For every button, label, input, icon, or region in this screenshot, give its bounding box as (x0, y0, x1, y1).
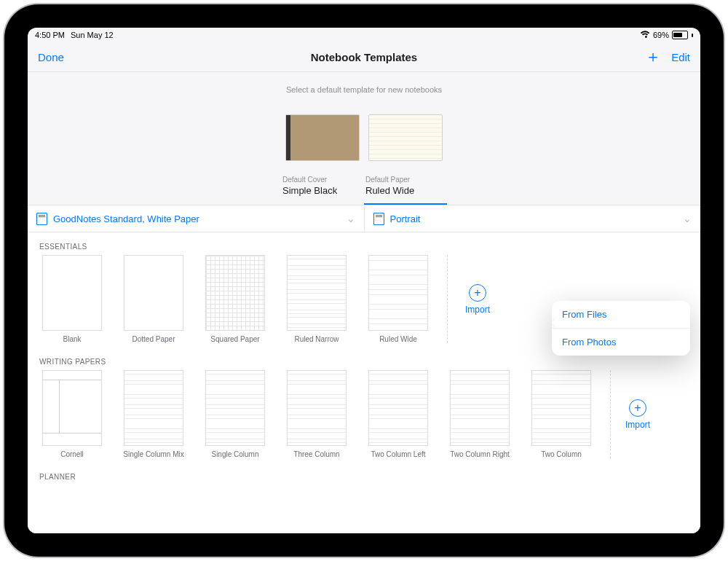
import-popover: From Files From Photos (552, 301, 690, 356)
paper-style-dropdown[interactable]: GoodNotes Standard, White Paper ⌄ (28, 205, 364, 232)
template-thumbnail (205, 370, 265, 446)
section-header: WRITING PAPERS (39, 358, 690, 366)
template-thumbnail (287, 255, 347, 331)
nav-bar: Done Notebook Templates ＋ Edit (28, 42, 700, 72)
hint-text: Select a default template for new notebo… (286, 85, 442, 94)
default-cover-label: Default Cover (282, 176, 363, 184)
import-button[interactable]: + Import (625, 399, 650, 430)
template-two-column[interactable]: Two Column (527, 370, 596, 458)
status-time: 4:50 PM (35, 31, 65, 39)
document-icon (36, 213, 47, 225)
divider (447, 255, 448, 343)
page-title: Notebook Templates (28, 51, 700, 63)
section-header: ESSENTIALS (39, 243, 690, 251)
default-cover-thumbnail[interactable] (285, 114, 360, 161)
orientation-value: Portrait (390, 213, 421, 224)
template-squared-paper[interactable]: Squared Paper (201, 255, 269, 343)
filter-row: GoodNotes Standard, White Paper ⌄ Portra… (28, 205, 700, 232)
template-thumbnail (42, 255, 102, 331)
plus-circle-icon: + (629, 399, 646, 417)
import-label: Import (625, 420, 650, 430)
default-cover-value: Simple Black (282, 185, 363, 196)
tab-default-paper[interactable]: Default Paper Ruled Wide (364, 176, 447, 205)
divider (610, 370, 611, 458)
template-cornell[interactable]: Cornell (38, 370, 106, 458)
ipad-frame: 4:50 PM Sun May 12 69% Done Notebook Tem… (4, 4, 724, 557)
plus-icon[interactable]: ＋ (645, 49, 661, 65)
popover-from-files[interactable]: From Files (552, 301, 690, 328)
template-thumbnail (287, 370, 347, 446)
import-button[interactable]: + Import (465, 284, 490, 315)
status-date: Sun May 12 (71, 31, 114, 39)
popover-from-photos[interactable]: From Photos (552, 328, 690, 356)
template-ruled-wide[interactable]: Ruled Wide (364, 255, 432, 343)
template-dotted-paper[interactable]: Dotted Paper (119, 255, 188, 343)
template-label: Blank (63, 335, 81, 343)
battery-pct: 69% (653, 31, 669, 39)
template-label: Two Column Left (371, 450, 425, 458)
template-three-column[interactable]: Three Column (282, 370, 351, 458)
template-label: Two Column Right (450, 450, 510, 458)
done-button[interactable]: Done (38, 51, 64, 63)
default-paper-thumbnail[interactable] (368, 114, 443, 161)
orientation-dropdown[interactable]: Portrait ⌄ (364, 205, 701, 232)
template-label: Single Column (211, 450, 258, 458)
template-label: Squared Paper (210, 335, 259, 343)
wifi-icon (640, 31, 650, 39)
template-thumbnail (124, 255, 183, 331)
template-label: Three Column (293, 450, 339, 458)
tab-default-cover[interactable]: Default Cover Simple Black (281, 176, 364, 205)
default-paper-value: Ruled Wide (365, 185, 446, 196)
template-label: Ruled Wide (379, 335, 417, 343)
template-thumbnail (531, 370, 591, 446)
template-two-column-left[interactable]: Two Column Left (364, 370, 432, 458)
template-label: Single Column Mix (123, 450, 183, 458)
template-thumbnail (42, 370, 102, 446)
section-header: PLANNER (39, 473, 690, 481)
template-label: Two Column (541, 450, 582, 458)
import-label: Import (465, 305, 490, 315)
template-thumbnail (368, 255, 428, 331)
template-thumbnail (124, 370, 183, 446)
template-thumbnail (450, 370, 510, 446)
chevron-down-icon: ⌄ (347, 213, 355, 224)
template-single-column[interactable]: Single Column (201, 370, 269, 458)
default-paper-label: Default Paper (365, 176, 446, 184)
paper-style-value: GoodNotes Standard, White Paper (53, 213, 199, 224)
section-writing-papers: WRITING PAPERS Cornell Single Column Mix… (28, 348, 700, 463)
chevron-down-icon: ⌄ (683, 213, 692, 224)
template-label: Cornell (60, 450, 84, 458)
template-label: Dotted Paper (132, 335, 175, 343)
plus-circle-icon: + (469, 284, 486, 302)
default-template-section: Select a default template for new notebo… (28, 72, 700, 205)
template-label: Ruled Narrow (294, 335, 339, 343)
edit-button[interactable]: Edit (671, 51, 690, 63)
template-blank[interactable]: Blank (38, 255, 106, 343)
document-icon (373, 213, 384, 225)
template-ruled-narrow[interactable]: Ruled Narrow (282, 255, 351, 343)
section-planner: PLANNER (28, 463, 700, 490)
template-thumbnail (205, 255, 265, 331)
template-two-column-right[interactable]: Two Column Right (446, 370, 514, 458)
template-thumbnail (368, 370, 428, 446)
screen: 4:50 PM Sun May 12 69% Done Notebook Tem… (28, 28, 700, 533)
status-bar: 4:50 PM Sun May 12 69% (28, 28, 700, 42)
template-single-column-mix[interactable]: Single Column Mix (119, 370, 188, 458)
battery-icon (672, 31, 688, 39)
